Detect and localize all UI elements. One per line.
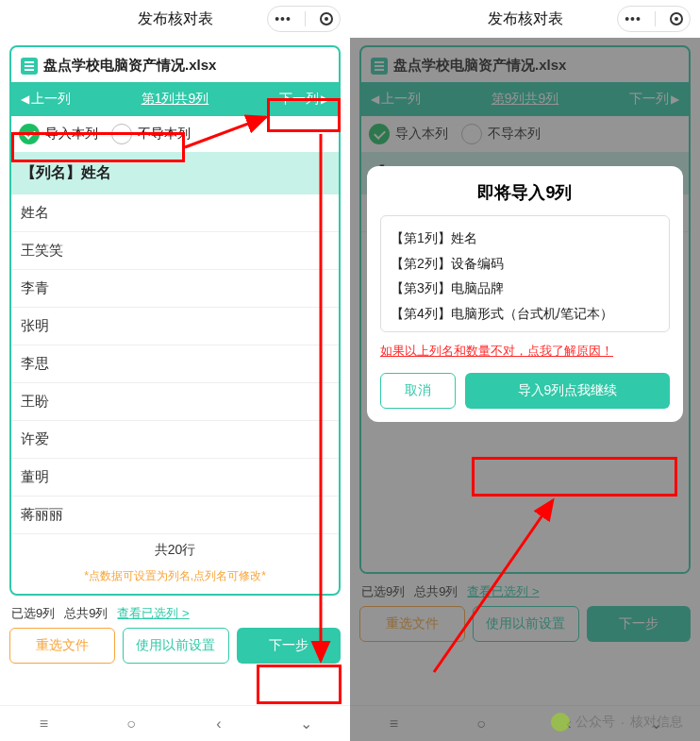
phone-right: 发布核对表 ••• 盘点学校电脑资产情况.xlsx ◀上一列 第9列共9列 下一… xyxy=(350,0,700,741)
modal-column-item: 【第4列】电脑形式（台式机/笔记本） xyxy=(391,301,659,327)
chevron-left-icon: ◀ xyxy=(21,93,29,106)
menu-dots-icon[interactable]: ••• xyxy=(625,11,642,26)
view-selected-link[interactable]: 查看已选列 > xyxy=(117,605,189,622)
modal-warning-link[interactable]: 如果以上列名和数量不对，点我了解原因！ xyxy=(380,342,670,362)
modal-column-item: 【第1列】姓名 xyxy=(391,226,659,251)
page-title: 发布核对表 xyxy=(488,9,563,29)
titlebar: 发布核对表 ••• xyxy=(0,0,350,38)
column-indicator[interactable]: 第1列共9列 xyxy=(142,91,209,108)
table-row[interactable]: 王笑笑 xyxy=(11,232,339,270)
wechat-capsule[interactable]: ••• xyxy=(267,6,341,32)
button-row: 重选文件 使用以前设置 下一步 xyxy=(9,628,341,669)
table-row[interactable]: 李思 xyxy=(11,345,339,383)
table-row[interactable]: 张明 xyxy=(11,308,339,345)
row-count: 共20行 xyxy=(11,534,339,566)
next-step-button[interactable]: 下一步 xyxy=(237,628,341,664)
cancel-button[interactable]: 取消 xyxy=(380,373,456,409)
capsule-divider xyxy=(655,11,656,26)
modal-buttons: 取消 导入9列点我继续 xyxy=(380,373,670,409)
recent-apps-icon[interactable]: ≡ xyxy=(35,716,52,733)
watermark: 公众号 · 核对信息 xyxy=(551,713,683,732)
file-name: 盘点学校电脑资产情况.xlsx xyxy=(43,57,216,75)
column-nav: ◀上一列 第1列共9列 下一列▶ xyxy=(11,82,339,116)
android-navbar: ≡ ○ ‹ ⌄ xyxy=(0,705,350,741)
import-radio-row: 导入本列 不导本列 xyxy=(11,116,339,152)
hint-text: *点数据可设置为列名,点列名可修改* xyxy=(11,566,339,594)
reselect-file-button[interactable]: 重选文件 xyxy=(9,628,115,664)
modal-column-list: 【第1列】姓名【第2列】设备编码【第3列】电脑品牌【第4列】电脑形式（台式机/笔… xyxy=(380,215,670,332)
column-header[interactable]: 【列名】姓名 xyxy=(11,152,339,194)
titlebar: 发布核对表 ••• xyxy=(350,0,700,38)
page-title: 发布核对表 xyxy=(138,9,213,29)
prev-column-button[interactable]: ◀上一列 xyxy=(15,91,76,108)
capsule-divider xyxy=(305,11,306,26)
watermark-prefix: 公众号 xyxy=(575,714,615,731)
table-row[interactable]: 董明 xyxy=(11,459,339,497)
table-row[interactable]: 蒋丽丽 xyxy=(11,497,339,534)
table-row[interactable]: 李青 xyxy=(11,270,339,308)
skip-label[interactable]: 不导本列 xyxy=(138,126,191,143)
table-row[interactable]: 姓名 xyxy=(11,194,339,232)
menu-dots-icon[interactable]: ••• xyxy=(275,11,292,26)
table-row[interactable]: 许爱 xyxy=(11,421,339,459)
next-column-button[interactable]: 下一列▶ xyxy=(274,91,335,108)
data-rows: 姓名王笑笑李青张明李思王盼许爱董明蒋丽丽 xyxy=(11,194,339,534)
wechat-capsule[interactable]: ••• xyxy=(617,6,691,32)
home-icon[interactable]: ○ xyxy=(123,716,140,733)
status-row: 已选9列 总共9列 查看已选列 > xyxy=(9,596,341,628)
total-count: 总共9列 xyxy=(64,605,108,622)
chevron-right-icon: ▶ xyxy=(321,93,329,106)
back-icon[interactable]: ‹ xyxy=(210,716,227,733)
drawer-icon[interactable]: ⌄ xyxy=(298,716,315,733)
confirm-import-button[interactable]: 导入9列点我继续 xyxy=(465,373,670,409)
file-card: 盘点学校电脑资产情况.xlsx ◀上一列 第1列共9列 下一列▶ 导入本列 不导… xyxy=(9,45,341,596)
watermark-name: 核对信息 xyxy=(630,714,683,731)
modal-title: 即将导入9列 xyxy=(380,181,670,204)
phone-left: 发布核对表 ••• 盘点学校电脑资产情况.xlsx ◀上一列 第1列共9列 下一… xyxy=(0,0,350,741)
file-title-row: 盘点学校电脑资产情况.xlsx xyxy=(11,47,339,82)
skip-radio-off[interactable] xyxy=(111,124,132,144)
close-ring-icon[interactable] xyxy=(320,12,333,25)
import-label[interactable]: 导入本列 xyxy=(45,126,98,143)
modal-column-item: 【第3列】电脑品牌 xyxy=(391,276,659,301)
spreadsheet-icon xyxy=(21,58,38,75)
import-radio-on[interactable] xyxy=(19,124,40,144)
wechat-icon xyxy=(551,713,570,732)
close-ring-icon[interactable] xyxy=(670,12,683,25)
import-confirm-modal: 即将导入9列 【第1列】姓名【第2列】设备编码【第3列】电脑品牌【第4列】电脑形… xyxy=(367,166,683,422)
modal-column-item: 【第2列】设备编码 xyxy=(391,251,659,277)
use-previous-button[interactable]: 使用以前设置 xyxy=(123,628,228,664)
content-left: 盘点学校电脑资产情况.xlsx ◀上一列 第1列共9列 下一列▶ 导入本列 不导… xyxy=(0,38,350,705)
selected-count: 已选9列 xyxy=(11,605,55,622)
table-row[interactable]: 王盼 xyxy=(11,383,339,421)
